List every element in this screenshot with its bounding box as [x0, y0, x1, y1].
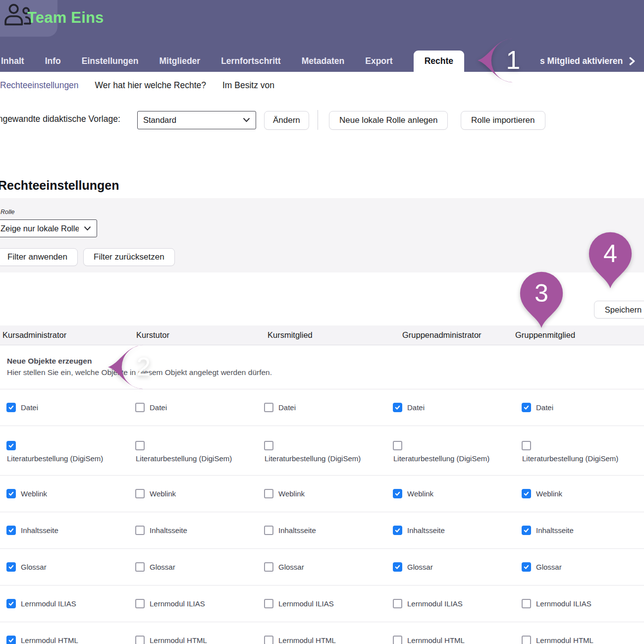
checkbox-checked[interactable]	[6, 441, 16, 450]
permission-cell: Weblink	[129, 489, 258, 498]
checkbox-unchecked[interactable]	[264, 526, 273, 535]
checkbox-checked[interactable]	[522, 403, 531, 412]
checkbox-unchecked[interactable]	[393, 636, 402, 644]
new-local-role-button[interactable]: Neue lokale Rolle anlegen	[329, 111, 448, 130]
activate-as-member-link[interactable]: s Mitglied aktivieren	[540, 51, 636, 72]
save-button[interactable]: Speichern	[594, 301, 644, 319]
checkbox-label: Inhaltsseite	[407, 526, 445, 535]
checkbox-unchecked[interactable]	[264, 599, 273, 608]
tab[interactable]: Info	[45, 51, 61, 72]
tab[interactable]: Export	[365, 51, 392, 72]
checkbox-checked[interactable]	[6, 599, 16, 608]
checkbox-unchecked[interactable]	[135, 403, 145, 412]
permission-cell: Glossar	[258, 562, 386, 572]
checkbox-label: Datei	[21, 403, 38, 412]
checkbox-unchecked[interactable]	[264, 403, 273, 412]
tab[interactable]: Inhalt	[1, 51, 24, 72]
checkbox-label: Literaturbestellung (DigiSem)	[7, 454, 103, 463]
permission-cell: Lernmodul ILIAS	[515, 599, 644, 608]
checkbox-checked[interactable]	[393, 562, 402, 572]
operation-group-row: Neue Objekte erzeugen Hier stellen Sie e…	[0, 345, 644, 389]
checkbox-unchecked[interactable]	[135, 636, 145, 644]
checkbox-unchecked[interactable]	[135, 526, 145, 535]
checkbox-checked[interactable]	[393, 489, 402, 498]
column-header: Kursadministrator	[0, 330, 129, 340]
svg-text:3: 3	[535, 279, 548, 307]
checkbox-label: Glossar	[536, 563, 562, 571]
checkbox-label: Literaturbestellung (DigiSem)	[393, 454, 489, 463]
filter-panel: Rolle Zeige nur lokale Rollen Filter anw…	[0, 198, 644, 272]
checkbox-label: Lernmodul HTML	[150, 636, 207, 644]
checkbox-checked[interactable]	[522, 526, 531, 535]
checkbox-unchecked[interactable]	[522, 441, 531, 450]
checkbox-checked[interactable]	[6, 403, 16, 412]
svg-text:4: 4	[603, 239, 617, 268]
role-filter-select[interactable]: Zeige nur lokale Rollen	[0, 219, 97, 237]
permission-cell: Inhaltsseite	[129, 526, 258, 535]
didactic-template-select[interactable]: Standard	[137, 111, 256, 129]
permission-cell: Glossar	[129, 562, 258, 572]
permission-cell: Lernmodul ILIAS	[386, 599, 515, 608]
didactic-template-select-value: Standard	[143, 115, 176, 125]
callout-pin-2: 2	[108, 344, 166, 390]
checkbox-checked[interactable]	[522, 489, 531, 498]
svg-text:1: 1	[506, 46, 521, 74]
permission-rows: DateiDateiDateiDateiDateiLiteraturbestel…	[0, 389, 644, 644]
tab[interactable]: Metadaten	[302, 51, 345, 72]
checkbox-label: Literaturbestellung (DigiSem)	[522, 454, 618, 463]
checkbox-unchecked[interactable]	[135, 441, 145, 450]
checkbox-label: Literaturbestellung (DigiSem)	[265, 454, 361, 463]
table-row: InhaltsseiteInhaltsseiteInhaltsseiteInha…	[0, 512, 644, 549]
permission-cell: Lernmodul HTML	[515, 636, 644, 644]
checkbox-unchecked[interactable]	[522, 636, 531, 644]
checkbox-unchecked[interactable]	[393, 441, 402, 450]
checkbox-unchecked[interactable]	[264, 441, 273, 450]
checkbox-checked[interactable]	[6, 526, 16, 535]
permission-cell: Weblink	[386, 489, 515, 498]
reset-filter-button[interactable]: Filter zurücksetzen	[83, 248, 175, 266]
checkbox-unchecked[interactable]	[135, 489, 145, 498]
tab[interactable]: Rechte	[414, 51, 464, 72]
activate-as-member-label: s Mitglied aktivieren	[540, 56, 623, 66]
checkbox-unchecked[interactable]	[264, 489, 273, 498]
permission-cell: Datei	[386, 403, 515, 412]
tab[interactable]: Lernfortschritt	[221, 51, 281, 72]
checkbox-unchecked[interactable]	[135, 599, 145, 608]
checkbox-label: Weblink	[21, 489, 47, 498]
checkbox-checked[interactable]	[6, 636, 16, 644]
checkbox-unchecked[interactable]	[522, 599, 531, 608]
checkbox-unchecked[interactable]	[393, 599, 402, 608]
tab[interactable]: Mitglieder	[159, 51, 200, 72]
permission-cell: Datei	[258, 403, 386, 412]
toolbar-divider	[318, 110, 318, 130]
page-header: Team Eins InhaltInfoEinstellungenMitglie…	[0, 0, 644, 72]
checkbox-checked[interactable]	[522, 562, 531, 572]
permission-cell: Datei	[129, 403, 258, 412]
checkbox-checked[interactable]	[393, 403, 402, 412]
table-row: Lernmodul ILIASLernmodul ILIASLernmodul …	[0, 586, 644, 622]
checkbox-unchecked[interactable]	[264, 562, 273, 572]
permission-cell: Lernmodul HTML	[386, 636, 515, 644]
subtab[interactable]: Wer hat hier welche Rechte?	[95, 80, 206, 91]
role-filter-select-value: Zeige nur lokale Rollen	[0, 224, 79, 233]
permission-cell: Inhaltsseite	[0, 526, 129, 535]
apply-filter-button[interactable]: Filter anwenden	[0, 248, 78, 266]
subtab[interactable]: Im Besitz von	[222, 80, 274, 91]
tab[interactable]: Einstellungen	[82, 51, 139, 72]
import-role-button[interactable]: Rolle importieren	[461, 111, 545, 130]
checkbox-label: Glossar	[407, 563, 433, 571]
permission-cell: Inhaltsseite	[515, 526, 644, 535]
permission-cell: Weblink	[258, 489, 386, 498]
checkbox-unchecked[interactable]	[135, 562, 145, 572]
checkbox-checked[interactable]	[393, 526, 402, 535]
checkbox-label: Weblink	[536, 489, 562, 498]
change-template-button[interactable]: Ändern	[264, 111, 309, 130]
table-row: GlossarGlossarGlossarGlossarGlossar	[0, 549, 644, 586]
checkbox-label: Glossar	[278, 563, 304, 571]
permission-cell: Lernmodul ILIAS	[0, 599, 129, 608]
subtab[interactable]: Rechteeinstellungen	[0, 80, 79, 91]
checkbox-unchecked[interactable]	[264, 636, 273, 644]
operation-group-description: Hier stellen Sie ein, welche Objekte in …	[7, 368, 644, 377]
checkbox-checked[interactable]	[6, 562, 16, 572]
checkbox-checked[interactable]	[6, 489, 16, 498]
